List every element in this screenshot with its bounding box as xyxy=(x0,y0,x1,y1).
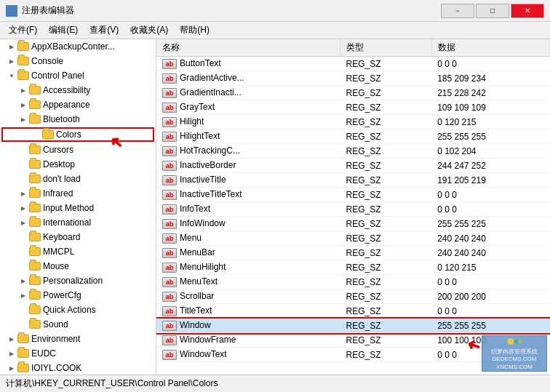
expand-icon-powercfg[interactable]: ▶ xyxy=(17,289,29,301)
tree-label-mmcpl: MMCPL xyxy=(43,247,74,257)
expand-icon-international[interactable]: ▶ xyxy=(17,217,29,228)
table-row[interactable]: abHilightREG_SZ0 120 215 xyxy=(156,115,550,129)
tree-item-quickactions[interactable]: Quick Actions xyxy=(0,303,156,317)
expand-icon-environment[interactable]: ▶ xyxy=(6,333,17,345)
ab-icon: ab xyxy=(162,219,177,229)
cell-name-text: WindowFrame xyxy=(180,335,236,345)
table-row[interactable]: abInfoWindowREG_SZ255 255 225 xyxy=(156,217,550,231)
tree-item-infrared[interactable]: ▶ Infrared xyxy=(0,186,156,201)
cell-name-text: MenuBar xyxy=(180,247,215,257)
tree-panel[interactable]: ▶ AppXBackupConter... ▶ Console ▼ Contro… xyxy=(0,39,156,375)
tree-item-cursors[interactable]: Cursors xyxy=(0,143,156,157)
table-row[interactable]: abInfoTextREG_SZ0 0 0 xyxy=(156,202,550,217)
menu-view[interactable]: 查看(V) xyxy=(84,23,124,38)
table-row[interactable]: abInactiveTitleREG_SZ191 205 219 xyxy=(156,173,550,188)
table-row[interactable]: abMenuHilightREG_SZ0 120 215 xyxy=(156,260,550,275)
tree-item-console[interactable]: ▶ Console xyxy=(0,54,156,68)
tree-item-accessibility[interactable]: ▶ Accessibility xyxy=(0,83,156,97)
tree-item-environment[interactable]: ▶ Environment xyxy=(0,332,156,346)
cell-type: REG_SZ xyxy=(340,202,432,217)
tree-item-dontload[interactable]: don't load xyxy=(0,172,156,186)
cell-type: REG_SZ xyxy=(340,100,432,115)
col-header-type[interactable]: 类型 xyxy=(340,39,432,57)
table-row[interactable]: abTitleTextREG_SZ0 0 0 xyxy=(156,304,550,319)
menu-favorites[interactable]: 收藏夹(A) xyxy=(124,23,174,38)
tree-item-desktop[interactable]: Desktop xyxy=(0,157,156,172)
cell-type: REG_SZ xyxy=(340,231,432,246)
tree-item-mmcpl[interactable]: MMCPL xyxy=(0,244,156,259)
expand-icon-ioiylcook[interactable]: ▶ xyxy=(6,362,17,374)
maximize-button[interactable]: □ xyxy=(476,4,509,18)
cell-name: abMenuBar xyxy=(156,246,340,260)
cell-name-text: InactiveBorder xyxy=(180,160,236,170)
table-row[interactable]: abMenuBarREG_SZ240 240 240 xyxy=(156,246,550,260)
expand-icon-appx[interactable]: ▶ xyxy=(6,41,17,52)
cell-name-text: InactiveTitle xyxy=(180,175,226,185)
table-row[interactable]: abGradientInacti...REG_SZ215 228 242 xyxy=(156,86,550,100)
table-row[interactable]: abMenuTextREG_SZ0 0 0 xyxy=(156,275,550,289)
folder-icon-personalization xyxy=(29,276,41,286)
table-row[interactable]: abHilightTextREG_SZ255 255 255 xyxy=(156,129,550,144)
tree-label-dontload: don't load xyxy=(43,174,81,184)
cell-type: REG_SZ xyxy=(340,115,432,129)
table-row[interactable]: abMenuREG_SZ240 240 240 xyxy=(156,231,550,246)
tree-item-bluetooth[interactable]: ▶ Bluetooth xyxy=(0,112,156,127)
expand-icon-accessibility[interactable]: ▶ xyxy=(17,84,29,96)
table-row[interactable]: abScrollbarREG_SZ200 200 200 xyxy=(156,289,550,304)
table-row[interactable]: abHotTrackingC...REG_SZ0 102 204 xyxy=(156,144,550,159)
tree-item-personalization[interactable]: ▶ Personalization xyxy=(0,273,156,288)
ab-icon: ab xyxy=(162,204,177,215)
table-row[interactable]: abWindowREG_SZ255 255 255 xyxy=(156,319,550,333)
table-row[interactable]: abInactiveTitleTextREG_SZ0 0 0 xyxy=(156,188,550,202)
tree-label-control-panel: Control Panel xyxy=(31,71,84,81)
menu-file[interactable]: 文件(F) xyxy=(3,23,43,38)
cell-type: REG_SZ xyxy=(340,159,432,173)
folder-icon-cursors xyxy=(29,145,41,155)
tree-label-bluetooth: Bluetooth xyxy=(43,114,80,124)
expand-icon-bluetooth[interactable]: ▶ xyxy=(17,113,29,125)
cell-name-text: GradientInacti... xyxy=(180,87,242,97)
expand-icon-appearance[interactable]: ▶ xyxy=(17,99,29,111)
expand-icon-eudc[interactable]: ▶ xyxy=(6,348,17,359)
tree-item-appx[interactable]: ▶ AppXBackupConter... xyxy=(0,39,156,54)
table-row[interactable]: abGradientActive...REG_SZ185 209 234 xyxy=(156,71,550,86)
close-button[interactable]: ✕ xyxy=(511,4,544,18)
cell-data: 255 255 225 xyxy=(431,217,549,231)
cell-name: abHotTrackingC... xyxy=(156,144,340,159)
menu-edit[interactable]: 编辑(E) xyxy=(43,23,84,38)
tree-item-international[interactable]: ▶ International xyxy=(0,215,156,230)
svg-marker-5 xyxy=(514,338,518,345)
tree-item-appearance[interactable]: ▶ Appearance xyxy=(0,97,156,112)
tree-item-inputmethod[interactable]: ▶ Input Method xyxy=(0,201,156,215)
table-row[interactable]: abButtonTextREG_SZ0 0 0 xyxy=(156,57,550,71)
table-row[interactable]: abInactiveBorderREG_SZ244 247 252 xyxy=(156,159,550,173)
tree-item-colors[interactable]: Colors xyxy=(1,127,154,142)
folder-icon-bluetooth xyxy=(29,114,41,124)
cell-type: REG_SZ xyxy=(340,333,432,348)
col-header-data[interactable]: 数据 xyxy=(431,39,549,57)
expand-icon-control-panel[interactable]: ▼ xyxy=(6,70,17,81)
minimize-button[interactable]: － xyxy=(441,4,474,18)
col-header-name[interactable]: 名称 xyxy=(156,39,340,57)
folder-icon-colors xyxy=(42,129,54,140)
svg-point-4 xyxy=(507,338,514,345)
tree-item-sound[interactable]: Sound xyxy=(0,317,156,332)
tree-item-powercfg[interactable]: ▶ PowerCfg xyxy=(0,288,156,303)
expand-icon-inputmethod[interactable]: ▶ xyxy=(17,202,29,214)
watermark-line3: XNCMS.COM xyxy=(496,364,533,371)
menu-help[interactable]: 帮助(H) xyxy=(174,23,215,38)
tree-item-mouse[interactable]: Mouse xyxy=(0,259,156,273)
tree-item-eudc[interactable]: ▶ EUDC xyxy=(0,346,156,361)
expand-icon-infrared[interactable]: ▶ xyxy=(17,188,29,199)
cell-name-text: GradientActive... xyxy=(180,73,244,83)
folder-icon-control-panel xyxy=(17,71,29,81)
tree-item-keyboard[interactable]: Keyboard xyxy=(0,230,156,244)
expand-icon-personalization[interactable]: ▶ xyxy=(17,275,29,287)
expand-icon-console[interactable]: ▶ xyxy=(6,55,17,67)
cell-data: 0 0 0 xyxy=(431,57,549,71)
ab-icon: ab xyxy=(162,161,177,171)
tree-item-ioiylcook[interactable]: ▶ IOIYL.COOK xyxy=(0,361,156,375)
tree-label-environment: Environment xyxy=(31,334,80,344)
tree-item-control-panel[interactable]: ▼ Control Panel xyxy=(0,68,156,83)
table-row[interactable]: abGrayTextREG_SZ109 109 109 xyxy=(156,100,550,115)
